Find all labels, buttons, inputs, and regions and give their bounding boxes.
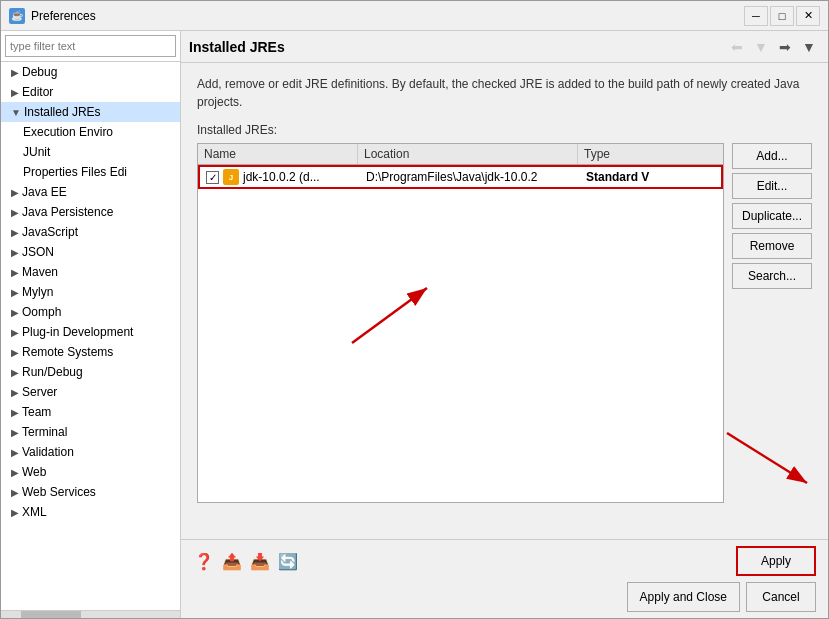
sidebar-item-json[interactable]: ▶ JSON [1, 242, 180, 262]
bottom-area: ❓ 📤 📥 🔄 Apply Apply and Close Cancel [181, 539, 828, 618]
horizontal-scrollbar[interactable] [1, 610, 180, 618]
col-header-type: Type [578, 144, 698, 164]
sidebar-item-label-oomph: Oomph [22, 305, 61, 319]
main-panel: Installed JREs ⬅ ▼ ➡ ▼ Add, remove or ed… [181, 31, 828, 618]
sidebar-item-web[interactable]: ▶ Web [1, 462, 180, 482]
sidebar-item-web-services[interactable]: ▶ Web Services [1, 482, 180, 502]
duplicate-button[interactable]: Duplicate... [732, 203, 812, 229]
jre-cell-type-0: Standard V [580, 168, 700, 186]
back-button[interactable]: ⬅ [726, 36, 748, 58]
sidebar-item-label-team: Team [22, 405, 51, 419]
sidebar-item-label-java-ee: Java EE [22, 185, 67, 199]
jre-rows-container: ✓Jjdk-10.0.2 (d...D:\ProgramFiles\Java\j… [198, 165, 723, 189]
window-controls: ─ □ ✕ [744, 6, 820, 26]
window-icon: ☕ [9, 8, 25, 24]
bottom-row1: ❓ 📤 📥 🔄 Apply [193, 546, 816, 576]
section-description: Add, remove or edit JRE definitions. By … [197, 75, 812, 111]
nav-dropdown-button[interactable]: ▼ [750, 36, 772, 58]
sidebar-item-java-ee[interactable]: ▶ Java EE [1, 182, 180, 202]
side-buttons: Add... Edit... Duplicate... Remove Searc… [732, 143, 812, 503]
sidebar-item-label-xml: XML [22, 505, 47, 519]
sidebar-item-validation[interactable]: ▶ Validation [1, 442, 180, 462]
sidebar-item-debug[interactable]: ▶ Debug [1, 62, 180, 82]
cancel-button[interactable]: Cancel [746, 582, 816, 612]
sidebar-item-label-editor: Editor [22, 85, 53, 99]
search-button[interactable]: Search... [732, 263, 812, 289]
sidebar-item-execution-env[interactable]: Execution Enviro [1, 122, 180, 142]
sidebar-item-server[interactable]: ▶ Server [1, 382, 180, 402]
sidebar-item-properties-files[interactable]: Properties Files Edi [1, 162, 180, 182]
maximize-button[interactable]: □ [770, 6, 794, 26]
jre-table: Name Location Type ✓Jjdk-10.0.2 (d...D:\… [197, 143, 724, 503]
sidebar-item-mylyn[interactable]: ▶ Mylyn [1, 282, 180, 302]
sidebar-item-label-installed-jres: Installed JREs [24, 105, 101, 119]
jre-table-header: Name Location Type [198, 144, 723, 165]
sidebar-item-java-persistence[interactable]: ▶ Java Persistence [1, 202, 180, 222]
title-bar: ☕ Preferences ─ □ ✕ [1, 1, 828, 31]
apply-section: Apply [736, 546, 816, 576]
bottom-row2: Apply and Close Cancel [193, 582, 816, 612]
sidebar-item-javascript[interactable]: ▶ JavaScript [1, 222, 180, 242]
sidebar-item-label-java-persistence: Java Persistence [22, 205, 113, 219]
jdk-icon-0: J [223, 169, 239, 185]
apply-button[interactable]: Apply [736, 546, 816, 576]
sidebar-item-label-web: Web [22, 465, 46, 479]
col-header-location: Location [358, 144, 578, 164]
main-toolbar: Installed JREs ⬅ ▼ ➡ ▼ [181, 31, 828, 63]
jre-cell-name-0: ✓Jjdk-10.0.2 (d... [200, 167, 360, 187]
sidebar-item-maven[interactable]: ▶ Maven [1, 262, 180, 282]
jre-cell-location-0: D:\ProgramFiles\Java\jdk-10.0.2 [360, 168, 580, 186]
filter-input[interactable] [5, 35, 176, 57]
minimize-button[interactable]: ─ [744, 6, 768, 26]
edit-button[interactable]: Edit... [732, 173, 812, 199]
jre-table-section: Name Location Type ✓Jjdk-10.0.2 (d...D:\… [197, 143, 812, 503]
sidebar-item-team[interactable]: ▶ Team [1, 402, 180, 422]
preferences-window: ☕ Preferences ─ □ ✕ ▶ Debug▶ Editor▼ Ins… [0, 0, 829, 619]
filter-box [1, 31, 180, 62]
tree-area[interactable]: ▶ Debug▶ Editor▼ Installed JREsExecution… [1, 62, 180, 610]
sidebar-item-label-debug: Debug [22, 65, 57, 79]
section-label: Installed JREs: [197, 123, 812, 137]
sidebar-item-label-web-services: Web Services [22, 485, 96, 499]
help-icon[interactable]: ❓ [193, 550, 215, 572]
col-header-name: Name [198, 144, 358, 164]
sidebar-item-label-execution-env: Execution Enviro [23, 125, 113, 139]
jre-checkbox-0[interactable]: ✓ [206, 171, 219, 184]
sidebar-item-label-remote-systems: Remote Systems [22, 345, 113, 359]
sidebar-item-label-mylyn: Mylyn [22, 285, 53, 299]
apply-close-button[interactable]: Apply and Close [627, 582, 740, 612]
sidebar-item-label-validation: Validation [22, 445, 74, 459]
sidebar-item-xml[interactable]: ▶ XML [1, 502, 180, 522]
sidebar: ▶ Debug▶ Editor▼ Installed JREsExecution… [1, 31, 181, 618]
refresh-icon[interactable]: 🔄 [277, 550, 299, 572]
sidebar-item-label-server: Server [22, 385, 57, 399]
add-button[interactable]: Add... [732, 143, 812, 169]
window-title: Preferences [31, 9, 738, 23]
nav-buttons: ⬅ ▼ ➡ ▼ [726, 36, 820, 58]
main-content: Add, remove or edit JRE definitions. By … [181, 63, 828, 539]
sidebar-item-junit[interactable]: JUnit [1, 142, 180, 162]
sidebar-item-run-debug[interactable]: ▶ Run/Debug [1, 362, 180, 382]
bottom-icons: ❓ 📤 📥 🔄 [193, 550, 299, 572]
sidebar-item-label-junit: JUnit [23, 145, 50, 159]
remove-button[interactable]: Remove [732, 233, 812, 259]
sidebar-item-oomph[interactable]: ▶ Oomph [1, 302, 180, 322]
sidebar-item-label-javascript: JavaScript [22, 225, 78, 239]
sidebar-item-terminal[interactable]: ▶ Terminal [1, 422, 180, 442]
close-button[interactable]: ✕ [796, 6, 820, 26]
sidebar-item-plugin-dev[interactable]: ▶ Plug-in Development [1, 322, 180, 342]
jre-row-0[interactable]: ✓Jjdk-10.0.2 (d...D:\ProgramFiles\Java\j… [198, 165, 723, 189]
sidebar-item-label-plugin-dev: Plug-in Development [22, 325, 133, 339]
sidebar-item-remote-systems[interactable]: ▶ Remote Systems [1, 342, 180, 362]
sidebar-item-label-run-debug: Run/Debug [22, 365, 83, 379]
export-icon[interactable]: 📤 [221, 550, 243, 572]
forward-button[interactable]: ➡ [774, 36, 796, 58]
sidebar-item-editor[interactable]: ▶ Editor [1, 82, 180, 102]
sidebar-item-installed-jres[interactable]: ▼ Installed JREs [1, 102, 180, 122]
import-icon[interactable]: 📥 [249, 550, 271, 572]
sidebar-item-label-json: JSON [22, 245, 54, 259]
forward-dropdown-button[interactable]: ▼ [798, 36, 820, 58]
sidebar-item-label-maven: Maven [22, 265, 58, 279]
main-title: Installed JREs [189, 39, 285, 55]
scroll-thumb [21, 611, 81, 618]
